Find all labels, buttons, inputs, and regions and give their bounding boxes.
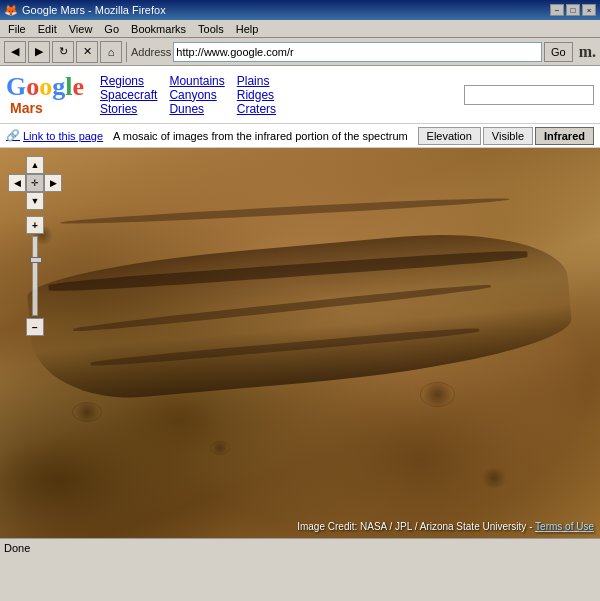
menu-go[interactable]: Go	[98, 22, 125, 36]
reload-button[interactable]: ↻	[52, 41, 74, 63]
cross-empty-bl	[8, 192, 26, 210]
zoom-slider: + −	[26, 216, 44, 336]
home-button[interactable]: ⌂	[100, 41, 122, 63]
nav-spacecraft[interactable]: Spacecraft	[100, 88, 157, 102]
menu-edit[interactable]: Edit	[32, 22, 63, 36]
elevation-button[interactable]: Elevation	[418, 127, 481, 145]
zoom-in-button[interactable]: +	[26, 216, 44, 234]
forward-button[interactable]: ▶	[28, 41, 50, 63]
maximize-button[interactable]: □	[566, 4, 580, 16]
status-bar: Done	[0, 538, 600, 556]
pan-down-button[interactable]: ▼	[26, 192, 44, 210]
logo-g: G	[6, 72, 26, 101]
menu-help[interactable]: Help	[230, 22, 265, 36]
go-button[interactable]: Go	[544, 42, 573, 62]
nav-regions[interactable]: Regions	[100, 74, 157, 88]
cross-empty-tr	[44, 156, 62, 174]
cross-empty-tl	[8, 156, 26, 174]
nav-dunes[interactable]: Dunes	[169, 102, 224, 116]
crater-3	[420, 382, 455, 407]
infrared-button[interactable]: Infrared	[535, 127, 594, 145]
menu-bar: File Edit View Go Bookmarks Tools Help	[0, 20, 600, 38]
address-input[interactable]	[173, 42, 542, 62]
title-bar-buttons[interactable]: − □ ×	[550, 4, 596, 16]
search-box-area	[464, 85, 594, 105]
link-to-page-text[interactable]: Link to this page	[23, 130, 103, 142]
toolbar-separator	[126, 42, 127, 62]
pan-right-button[interactable]: ▶	[44, 174, 62, 192]
nav-mountains[interactable]: Mountains	[169, 74, 224, 88]
crater-2	[210, 441, 230, 455]
nav-plains[interactable]: Plains	[237, 74, 276, 88]
crater-1	[72, 402, 102, 422]
address-bar: Address Go	[131, 42, 573, 62]
title-bar: 🦊 Google Mars - Mozilla Firefox − □ ×	[0, 0, 600, 20]
crater-5	[480, 468, 508, 488]
pan-left-button[interactable]: ◀	[8, 174, 26, 192]
nav-links: Regions Mountains Plains Spacecraft Cany…	[100, 74, 276, 116]
map-area[interactable]: ▲ ◀ ✛ ▶ ▼ + − Image Credit: NASA / JPL /…	[0, 148, 600, 538]
menu-view[interactable]: View	[63, 22, 99, 36]
nav-craters[interactable]: Craters	[237, 102, 276, 116]
google-logo: Google	[6, 74, 84, 100]
pan-center-button[interactable]: ✛	[26, 174, 44, 192]
nav-ridges[interactable]: Ridges	[237, 88, 276, 102]
mars-logo-m: m.	[575, 43, 596, 61]
back-button[interactable]: ◀	[4, 41, 26, 63]
mars-header: Google Mars Regions Mountains Plains Spa…	[0, 66, 600, 124]
nav-stories[interactable]: Stories	[100, 102, 157, 116]
cross-empty-br	[44, 192, 62, 210]
info-text: A mosaic of images from the infrared por…	[113, 130, 408, 142]
menu-file[interactable]: File	[2, 22, 32, 36]
close-button[interactable]: ×	[582, 4, 596, 16]
logo-o1: o	[26, 72, 39, 101]
mars-label: Mars	[10, 100, 43, 116]
logo-e: e	[72, 72, 84, 101]
address-label: Address	[131, 46, 171, 58]
zoom-track[interactable]	[32, 236, 38, 316]
menu-tools[interactable]: Tools	[192, 22, 230, 36]
link-icon: 🔗	[6, 129, 20, 142]
toolbar: ◀ ▶ ↻ ✕ ⌂ Address Go m.	[0, 38, 600, 66]
pan-up-button[interactable]: ▲	[26, 156, 44, 174]
view-buttons: Elevation Visible Infrared	[418, 127, 594, 145]
status-text: Done	[4, 542, 30, 554]
zoom-handle[interactable]	[30, 257, 42, 263]
credit-text: Image Credit: NASA / JPL / Arizona State…	[297, 521, 532, 532]
menu-bookmarks[interactable]: Bookmarks	[125, 22, 192, 36]
title-bar-left: 🦊 Google Mars - Mozilla Firefox	[4, 4, 166, 17]
logo-area: Google Mars	[6, 74, 84, 116]
visible-button[interactable]: Visible	[483, 127, 533, 145]
image-credit: Image Credit: NASA / JPL / Arizona State…	[297, 521, 594, 532]
terms-link[interactable]: Terms of Use	[535, 521, 594, 532]
mars-search-input[interactable]	[464, 85, 594, 105]
zoom-out-button[interactable]: −	[26, 318, 44, 336]
map-controls: ▲ ◀ ✛ ▶ ▼ + −	[8, 156, 62, 336]
browser-icon: 🦊	[4, 4, 18, 17]
minimize-button[interactable]: −	[550, 4, 564, 16]
logo-g2: g	[52, 72, 65, 101]
stop-button[interactable]: ✕	[76, 41, 98, 63]
info-bar: 🔗 Link to this page A mosaic of images f…	[0, 124, 600, 148]
logo-o2: o	[39, 72, 52, 101]
nav-cross: ▲ ◀ ✛ ▶ ▼	[8, 156, 62, 210]
window-title: Google Mars - Mozilla Firefox	[22, 4, 166, 16]
nav-canyons[interactable]: Canyons	[169, 88, 224, 102]
link-to-page[interactable]: 🔗 Link to this page	[6, 129, 103, 142]
